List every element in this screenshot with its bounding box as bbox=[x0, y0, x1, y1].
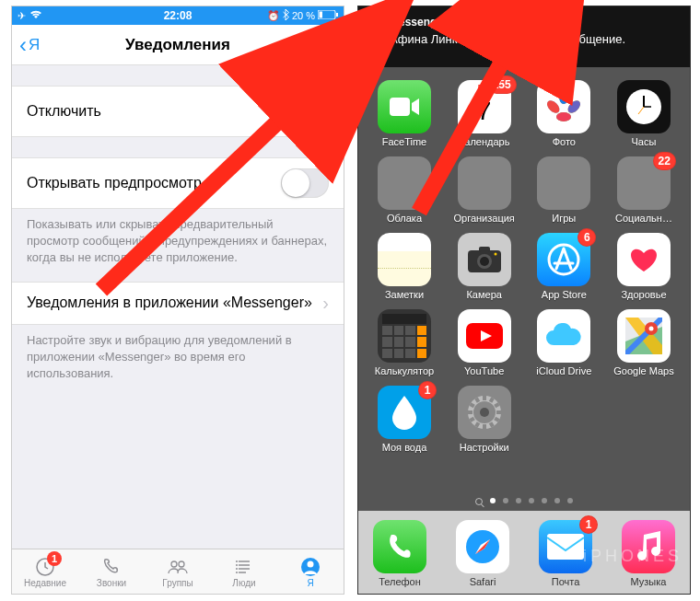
svg-rect-53 bbox=[547, 534, 584, 560]
svg-point-29 bbox=[480, 257, 489, 266]
svg-point-8 bbox=[236, 568, 238, 570]
app-label: Календарь bbox=[459, 136, 510, 147]
app-камера[interactable]: Камера bbox=[448, 233, 521, 300]
app-здоровье[interactable]: Здоровье bbox=[607, 233, 681, 300]
disable-toggle[interactable] bbox=[281, 97, 329, 126]
svg-point-9 bbox=[236, 572, 238, 573]
tab-recent[interactable]: 1 Недавние bbox=[12, 549, 78, 594]
app-игры[interactable]: Игры bbox=[527, 156, 601, 224]
svg-rect-1 bbox=[320, 12, 323, 18]
app-icon bbox=[456, 520, 509, 573]
svg-rect-2 bbox=[336, 13, 338, 17]
app-icloud-drive[interactable]: iCloud Drive bbox=[527, 309, 601, 376]
page-dot bbox=[542, 498, 547, 503]
svg-point-30 bbox=[494, 253, 496, 256]
app-label: Организация bbox=[453, 213, 514, 224]
bluetooth-icon bbox=[283, 9, 289, 22]
inapp-notif-row[interactable]: Уведомления в приложении «Messenger» › bbox=[12, 282, 344, 325]
app-label: Игры bbox=[552, 213, 576, 224]
app-фото[interactable]: Фото bbox=[527, 80, 601, 147]
tab-bar: 1 Недавние Звонки Группы Люди Я bbox=[12, 549, 344, 594]
disable-row[interactable]: Отключить bbox=[12, 86, 344, 137]
page-dot bbox=[490, 498, 496, 503]
nav-bar: ‹ Я Уведомления bbox=[12, 25, 344, 65]
svg-point-11 bbox=[308, 561, 314, 567]
app-icon bbox=[378, 156, 431, 210]
disable-label: Отключить bbox=[27, 103, 281, 120]
app-google-maps[interactable]: Google Maps bbox=[607, 309, 681, 376]
app-safari[interactable]: Safari bbox=[446, 520, 519, 587]
svg-point-35 bbox=[648, 327, 653, 331]
notif-body: Афина Линкос отправила вам сообщение. bbox=[368, 32, 681, 46]
tab-me[interactable]: Я bbox=[277, 549, 344, 594]
app-icon bbox=[537, 80, 590, 133]
app-label: Почта bbox=[552, 576, 580, 587]
app-социальн-[interactable]: 22Социальн… bbox=[607, 156, 681, 224]
tab-calls[interactable]: Звонки bbox=[78, 549, 145, 594]
app-icon bbox=[458, 309, 511, 363]
messenger-icon bbox=[368, 14, 384, 30]
app-label: App Store bbox=[542, 289, 587, 300]
app-app-store[interactable]: 6App Store bbox=[527, 233, 601, 300]
preview-row[interactable]: Открывать предпросмотр bbox=[12, 157, 344, 209]
page-title: Уведомления bbox=[12, 36, 344, 54]
app-icon bbox=[458, 156, 511, 210]
app-label: YouTube bbox=[464, 365, 504, 376]
page-dot bbox=[516, 498, 521, 503]
app-icon bbox=[378, 233, 431, 286]
tab-people[interactable]: Люди bbox=[211, 549, 277, 594]
app-облака[interactable]: Облака bbox=[368, 156, 441, 224]
inapp-notif-desc: Настройте звук и вибрацию для уведомлени… bbox=[12, 325, 344, 398]
app-badge: 6 bbox=[578, 228, 596, 247]
app-моя-вода[interactable]: 1Моя вода bbox=[368, 386, 441, 453]
app-часы[interactable]: Часы bbox=[607, 80, 681, 147]
page-dot bbox=[529, 498, 534, 503]
app-label: Музыка bbox=[631, 576, 667, 587]
svg-line-43 bbox=[495, 419, 498, 422]
search-dot-icon bbox=[475, 498, 483, 505]
tab-people-label: Люди bbox=[232, 578, 255, 588]
app-заметки[interactable]: Заметки bbox=[368, 233, 441, 300]
svg-rect-12 bbox=[390, 98, 410, 116]
app-label: Safari bbox=[470, 576, 496, 587]
app-организация[interactable]: Организация bbox=[448, 156, 521, 224]
airplane-icon: ✈︎ bbox=[18, 10, 26, 22]
status-bar: ✈︎ 22:08 ⏰ 20 % bbox=[12, 6, 344, 25]
app-icon bbox=[537, 156, 590, 210]
tab-recent-label: Недавние bbox=[24, 578, 66, 588]
notification-banner[interactable]: Messenger сейчас Афина Линкос отправила … bbox=[358, 6, 690, 67]
preview-desc: Показывать или скрывать предварительный … bbox=[12, 209, 344, 282]
svg-point-7 bbox=[236, 564, 238, 566]
preview-label: Открывать предпросмотр bbox=[27, 175, 281, 191]
svg-point-20 bbox=[556, 112, 571, 121]
app-label: Здоровье bbox=[621, 289, 666, 300]
page-dot bbox=[503, 498, 508, 503]
app-facetime[interactable]: FaceTime bbox=[368, 80, 441, 147]
svg-rect-27 bbox=[479, 247, 490, 252]
svg-line-50 bbox=[476, 398, 479, 401]
notif-app-name: Messenger bbox=[390, 16, 448, 29]
notif-handle[interactable] bbox=[505, 52, 543, 56]
app-badge: 1 bbox=[579, 515, 598, 534]
app-настройки[interactable]: Настройки bbox=[448, 386, 521, 453]
battery-pct: 20 % bbox=[292, 10, 315, 21]
app-youtube[interactable]: YouTube bbox=[448, 309, 521, 376]
app-icon bbox=[458, 386, 511, 439]
svg-line-40 bbox=[490, 398, 493, 401]
tab-groups[interactable]: Группы bbox=[145, 549, 211, 594]
app-icon bbox=[373, 520, 426, 573]
app-калькулятор[interactable]: Калькулятор bbox=[368, 309, 441, 376]
app-icon bbox=[537, 309, 590, 363]
wifi-icon bbox=[29, 10, 42, 21]
home-screen: Messenger сейчас Афина Линкос отправила … bbox=[357, 6, 691, 595]
app-label: Моя вода bbox=[382, 442, 427, 453]
app-badge: 1 bbox=[418, 381, 437, 399]
tab-groups-label: Группы bbox=[162, 578, 192, 588]
app-телефон[interactable]: Телефон bbox=[363, 520, 437, 587]
page-indicator[interactable] bbox=[358, 498, 690, 505]
app-календарь[interactable]: ПН7155Календарь bbox=[448, 80, 521, 147]
preview-toggle[interactable] bbox=[281, 168, 329, 198]
app-label: Калькулятор bbox=[375, 365, 434, 376]
app-label: Облака bbox=[387, 213, 422, 224]
svg-point-6 bbox=[236, 561, 238, 562]
